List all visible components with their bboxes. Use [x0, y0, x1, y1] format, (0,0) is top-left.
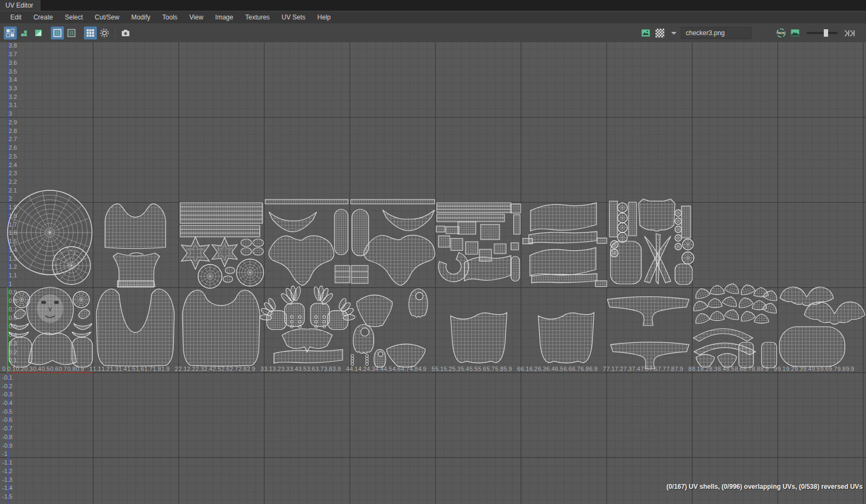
menu-item-tools[interactable]: Tools [156, 11, 183, 24]
uv-shell-grid[interactable] [595, 281, 607, 287]
uv-shell-polar[interactable] [237, 259, 264, 286]
border-frame-dim-icon[interactable] [65, 26, 78, 39]
uv-shell-bell[interactable] [374, 349, 386, 367]
uv-shell-hband[interactable] [265, 200, 348, 204]
uv-shell-grid[interactable] [481, 224, 500, 240]
uv-shell-polar[interactable] [682, 252, 694, 264]
uv-shell-polar[interactable] [618, 203, 627, 213]
menu-item-image[interactable]: Image [209, 11, 239, 24]
uv-shell-grid[interactable] [117, 281, 154, 287]
uv-shell-grid[interactable] [597, 238, 607, 243]
uv-shell-blob[interactable] [762, 342, 777, 368]
svg-text:2.5: 2.5 [9, 153, 17, 160]
collapse-toolbar-icon[interactable] [843, 26, 857, 39]
menu-item-modify[interactable]: Modify [125, 11, 156, 24]
uv-shell-sleeve[interactable] [464, 256, 511, 281]
border-frame-icon [53, 28, 62, 38]
uv-shell-oval[interactable] [241, 248, 252, 255]
snapshot-camera-icon[interactable] [119, 26, 132, 39]
uv-editor-tab[interactable]: UV Editor [0, 0, 41, 11]
menu-item-uv-sets[interactable]: UV Sets [275, 11, 311, 24]
uv-shell-capsule[interactable] [511, 256, 520, 281]
uv-shell-oval[interactable] [223, 276, 233, 282]
uv-shell-polar[interactable] [618, 233, 627, 242]
uv-shell-oval[interactable] [225, 267, 235, 274]
uv-shell-capsule[interactable] [334, 209, 348, 255]
uv-canvas[interactable]: 3.83.73.63.53.43.33.23.132.92.82.72.62.5… [0, 42, 866, 504]
dropdown-arrow-icon[interactable] [667, 26, 680, 39]
menu-item-create[interactable]: Create [28, 11, 59, 24]
uv-shell-grid[interactable] [494, 244, 506, 254]
uv-shell-bell[interactable] [409, 289, 428, 317]
uv-shell-hband[interactable] [351, 266, 368, 283]
svg-text:0: 0 [2, 366, 5, 372]
uv-shell-sleeve[interactable] [532, 274, 597, 283]
texture-dim-slider-handle[interactable] [824, 29, 828, 37]
uv-canvas-viewport[interactable]: 3.83.73.63.53.43.33.23.132.92.82.72.62.5… [0, 42, 866, 504]
uv-shell-face[interactable] [27, 287, 73, 335]
uv-shell-grid[interactable] [628, 202, 637, 236]
uv-shell-blob[interactable] [9, 337, 32, 367]
split-square-icon[interactable] [32, 26, 45, 39]
uv-shell-grid[interactable] [511, 243, 519, 250]
stack-squares-icon[interactable] [18, 26, 31, 39]
texture-name-field[interactable] [681, 27, 751, 39]
menu-item-select[interactable]: Select [59, 11, 89, 24]
menu-item-cut-sew[interactable]: Cut/Sew [89, 11, 125, 24]
uv-shell-sleeve[interactable] [274, 349, 343, 363]
uv-shell-blob[interactable] [72, 337, 93, 367]
uv-shell-vest[interactable] [639, 199, 675, 231]
uv-shell-hband[interactable] [335, 266, 350, 283]
uv-shell-blob[interactable] [675, 264, 692, 284]
uv-shell-hband[interactable] [437, 203, 511, 213]
tiles-layout-icon[interactable] [4, 26, 17, 39]
uv-shell-grid[interactable] [511, 204, 521, 213]
menu-item-edit[interactable]: Edit [4, 11, 28, 24]
uv-shell-grid[interactable] [681, 206, 691, 238]
svg-text:4: 4 [346, 366, 349, 372]
pixel-grid-icon[interactable] [84, 26, 97, 39]
uv-shell-oval[interactable] [253, 239, 264, 247]
uv-shell-blob[interactable] [611, 241, 641, 284]
uv-shell-grid[interactable] [458, 222, 476, 234]
uv-shell-oval[interactable] [253, 248, 264, 255]
uv-shell-grid[interactable] [465, 242, 478, 254]
svg-text:8.8: 8.8 [752, 366, 760, 372]
uv-shell-sleeve[interactable] [529, 231, 597, 243]
uv-shell-hband[interactable] [351, 200, 435, 204]
uv-shell-bell[interactable] [353, 324, 374, 354]
svg-text:5.6: 5.6 [478, 366, 486, 372]
uv-shell-grid[interactable] [514, 215, 520, 234]
uv-shell-blob[interactable] [739, 342, 753, 368]
uv-shell-grid[interactable] [436, 226, 445, 232]
uv-shell-grid[interactable] [451, 238, 463, 250]
uv-shell-hband[interactable] [180, 203, 263, 223]
uv-shell-grid[interactable] [446, 227, 459, 234]
uv-shell-polar[interactable] [618, 223, 627, 233]
uv-shell-hband[interactable] [437, 214, 504, 222]
uv-shell-oval[interactable] [241, 239, 252, 247]
menu-item-textures[interactable]: Textures [239, 11, 275, 24]
uv-shell-hband[interactable] [180, 226, 260, 237]
menu-item-view[interactable]: View [183, 11, 209, 24]
uv-shell-skirt[interactable] [451, 313, 507, 363]
uv-shell-polar[interactable] [618, 213, 627, 223]
uv-shell-polar[interactable] [198, 264, 222, 288]
dashed-circle-icon[interactable] [98, 26, 111, 39]
texture-image-icon[interactable] [639, 26, 652, 39]
uv-shell-grid[interactable] [438, 236, 450, 247]
uv-shell-grid[interactable] [523, 238, 533, 244]
texture-dim-icon[interactable] [789, 26, 802, 39]
texture-dim-slider[interactable] [806, 32, 838, 34]
checker-map-icon[interactable] [653, 26, 666, 39]
uv-shell-skirt[interactable] [538, 313, 594, 363]
uv-shell-blob[interactable] [779, 327, 845, 367]
uv-shell-grid[interactable] [609, 201, 618, 237]
uv-shell-polar[interactable] [683, 239, 693, 250]
uv-shell-sleeve[interactable] [530, 203, 596, 231]
rgb-channels-icon[interactable]: RGB [775, 26, 788, 39]
menu-item-help[interactable]: Help [311, 11, 337, 24]
svg-text:3.4: 3.4 [290, 366, 298, 372]
border-frame-icon[interactable] [51, 26, 64, 39]
uv-shell-sleeve[interactable] [530, 248, 596, 276]
